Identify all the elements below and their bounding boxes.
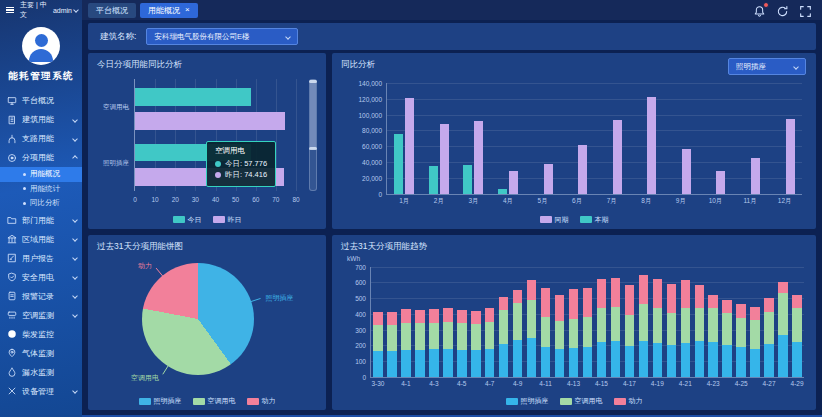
tab[interactable]: 用能概况× [140, 3, 198, 18]
stacked-bar[interactable] [764, 267, 774, 378]
bar[interactable] [474, 121, 483, 194]
stacked-bar[interactable] [415, 267, 425, 378]
bar[interactable] [394, 134, 403, 194]
stacked-bar[interactable] [583, 267, 593, 378]
sidebar-item[interactable]: 设备管理 [0, 382, 82, 401]
stacked-bar[interactable] [373, 267, 383, 378]
legend-item[interactable]: 动力 [614, 396, 643, 406]
legend-item[interactable]: 动力 [247, 396, 276, 406]
datazoom-slider[interactable] [309, 79, 317, 191]
legend-item[interactable]: 空调用电 [560, 396, 603, 406]
stacked-bar[interactable] [541, 267, 551, 378]
stacked-bar[interactable] [401, 267, 411, 378]
bar[interactable] [405, 98, 414, 194]
stacked-bar[interactable] [625, 267, 635, 378]
fullscreen-icon[interactable] [799, 4, 812, 17]
building-select-value: 安科瑞电气股份有限公司E楼 [154, 32, 249, 42]
slider-handle[interactable] [309, 147, 317, 150]
tooltip-title: 空调用电 [215, 146, 267, 156]
bar[interactable] [463, 165, 472, 194]
sidebar-subitem[interactable]: 同比分析 [0, 196, 82, 211]
stacked-bar[interactable] [611, 267, 621, 378]
bell-icon[interactable] [753, 4, 766, 17]
slider-handle[interactable] [309, 80, 317, 83]
category-select[interactable]: 照明插座 [728, 58, 806, 75]
bar[interactable] [682, 149, 691, 194]
sidebar-item[interactable]: 分项用能 [0, 148, 82, 167]
bar[interactable] [647, 97, 656, 193]
bar[interactable] [751, 158, 760, 194]
sidebar-item[interactable]: 柴发监控 [0, 325, 82, 344]
sidebar-item[interactable]: 空调监测 [0, 306, 82, 325]
tab[interactable]: 平台概况 [88, 3, 136, 18]
grouped-bar-chart[interactable]: 140,000120,000100,00080,00060,00040,0002… [386, 83, 802, 195]
stacked-bar[interactable] [387, 267, 397, 378]
hamburger-menu-icon[interactable] [4, 5, 16, 16]
refresh-icon[interactable] [776, 4, 789, 17]
stacked-bar[interactable] [639, 267, 649, 378]
sidebar-subitem[interactable]: 用能概况 [0, 167, 82, 182]
bar-segment [583, 347, 593, 377]
stacked-bar[interactable] [457, 267, 467, 378]
legend-item[interactable]: 照明插座 [506, 396, 549, 406]
sidebar-subitem[interactable]: 用能统计 [0, 182, 82, 197]
bar[interactable] [135, 112, 285, 130]
bar[interactable] [440, 124, 449, 193]
bar[interactable] [135, 88, 251, 106]
stacked-bar[interactable] [471, 267, 481, 378]
pie-chart[interactable]: 照明插座空调用电动力 [96, 253, 318, 391]
stacked-bar[interactable] [513, 267, 523, 378]
bar[interactable] [786, 119, 795, 194]
bar[interactable] [544, 164, 553, 193]
sidebar-item[interactable]: 平台概况 [0, 91, 82, 110]
user-menu[interactable]: admin [53, 7, 78, 14]
bar[interactable] [613, 120, 622, 193]
close-icon[interactable]: × [185, 6, 190, 14]
sidebar-item[interactable]: 部门用能 [0, 211, 82, 230]
stacked-bar[interactable] [653, 267, 663, 378]
bar[interactable] [716, 171, 725, 193]
sidebar-item[interactable]: 支路用能 [0, 129, 82, 148]
sidebar-item[interactable]: 气体监测 [0, 344, 82, 363]
legend-item[interactable]: 昨日 [213, 215, 242, 225]
sidebar-item[interactable]: 建筑用能 [0, 110, 82, 129]
locale-switcher[interactable]: 主要 | 中文 [20, 0, 49, 20]
sidebar-item[interactable]: 漏水监测 [0, 363, 82, 382]
stacked-bar[interactable] [597, 267, 607, 378]
legend-item[interactable]: 今日 [173, 215, 202, 225]
sidebar-item[interactable]: 用户报告 [0, 249, 82, 268]
stacked-bar[interactable] [429, 267, 439, 378]
stacked-bar[interactable] [527, 267, 537, 378]
stacked-bar[interactable] [792, 267, 802, 378]
stacked-bar[interactable] [555, 267, 565, 378]
bar[interactable] [509, 171, 518, 194]
stacked-bar[interactable] [569, 267, 579, 378]
stacked-bar[interactable] [750, 267, 760, 378]
stacked-bar[interactable] [485, 267, 495, 378]
stacked-bar[interactable] [778, 267, 788, 378]
stacked-bar[interactable] [681, 267, 691, 378]
bar[interactable] [429, 166, 438, 193]
stacked-bar[interactable] [443, 267, 453, 378]
bar[interactable] [578, 145, 587, 193]
stacked-bar[interactable] [667, 267, 677, 378]
x-tick-label: 80 [292, 196, 299, 203]
stacked-bar-chart[interactable]: 70060050040030020010003-304-14-34-54-74-… [370, 267, 804, 379]
sidebar-item[interactable]: 区域用能 [0, 230, 82, 249]
building-select[interactable]: 安科瑞电气股份有限公司E楼 [146, 28, 298, 45]
legend: 同期本期 [332, 215, 816, 225]
sidebar-item[interactable]: 报警记录 [0, 287, 82, 306]
legend-item[interactable]: 照明插座 [139, 396, 182, 406]
legend-item[interactable]: 同期 [540, 215, 569, 225]
bar-segment [583, 288, 593, 317]
stacked-bar[interactable] [695, 267, 705, 378]
stacked-bar[interactable] [499, 267, 509, 378]
legend-item[interactable]: 本期 [580, 215, 609, 225]
legend-item[interactable]: 空调用电 [193, 396, 236, 406]
sidebar-item[interactable]: 安全用电 [0, 268, 82, 287]
bar-segment [373, 325, 383, 351]
stacked-bar[interactable] [708, 267, 718, 378]
stacked-bar[interactable] [722, 267, 732, 378]
bar[interactable] [498, 189, 507, 194]
stacked-bar[interactable] [736, 267, 746, 378]
